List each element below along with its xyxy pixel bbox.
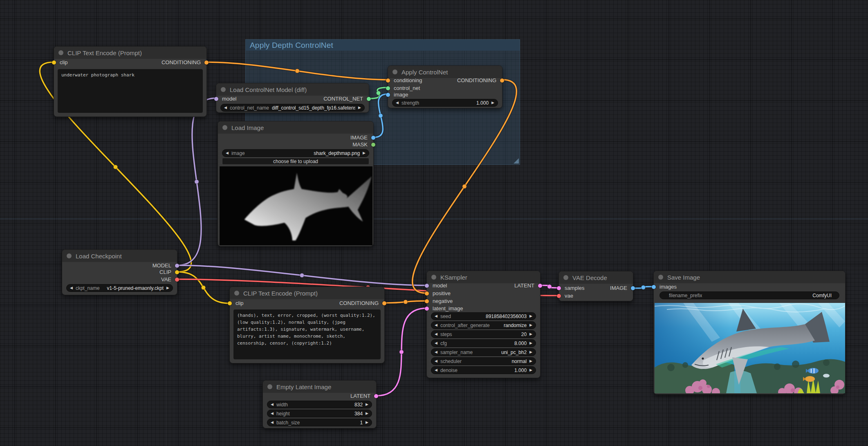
- widget-control-net-name[interactable]: ◀ control_net_name diff_control_sd15_dep…: [220, 104, 365, 112]
- arrow-left-icon[interactable]: ◀: [70, 286, 73, 290]
- negative-prompt-textarea[interactable]: (hands), text, error, cropped, (worst qu…: [233, 309, 381, 359]
- widget-cfg[interactable]: ◀ cfg 8.000 ▶: [431, 339, 536, 347]
- widget-scheduler[interactable]: ◀ scheduler normal ▶: [431, 357, 536, 365]
- group-title-bar[interactable]: Apply Depth ControlNet: [246, 40, 520, 51]
- arrow-left-icon[interactable]: ◀: [396, 101, 399, 105]
- node-title-bar[interactable]: Empty Latent Image: [263, 381, 376, 393]
- input-slot-conditioning[interactable]: [386, 78, 390, 83]
- collapse-dot-icon[interactable]: [658, 275, 663, 280]
- widget-width[interactable]: ◀ width 832 ▶: [267, 401, 372, 408]
- output-slot-model[interactable]: [175, 264, 179, 268]
- output-slot-image[interactable]: [631, 286, 635, 290]
- collapse-dot-icon[interactable]: [431, 275, 436, 280]
- input-slot-control-net[interactable]: [386, 86, 390, 90]
- arrow-left-icon[interactable]: ◀: [435, 323, 437, 327]
- positive-prompt-textarea[interactable]: underwater photograph shark: [58, 69, 203, 113]
- collapse-dot-icon[interactable]: [563, 275, 568, 280]
- widget-steps[interactable]: ◀ steps 20 ▶: [431, 330, 536, 338]
- arrow-right-icon[interactable]: ▶: [366, 412, 368, 415]
- widget-batch-size[interactable]: ◀ batch_size 1 ▶: [267, 419, 372, 426]
- arrow-left-icon[interactable]: ◀: [271, 403, 274, 406]
- arrow-right-icon[interactable]: ▶: [529, 368, 532, 372]
- node-title-bar[interactable]: CLIP Text Encode (Prompt): [54, 47, 206, 59]
- widget-height[interactable]: ◀ height 384 ▶: [267, 410, 372, 417]
- arrow-right-icon[interactable]: ▶: [529, 350, 532, 354]
- node-load-checkpoint[interactable]: Load Checkpoint MODEL CLIP VAE ◀ ckpt_na…: [62, 249, 177, 295]
- input-slot-latent-image[interactable]: [425, 307, 429, 311]
- input-slot-clip[interactable]: [52, 61, 56, 65]
- output-slot-mask[interactable]: [371, 143, 375, 147]
- collapse-dot-icon[interactable]: [222, 125, 227, 130]
- input-slot-model[interactable]: [425, 284, 429, 288]
- input-slot-vae[interactable]: [557, 294, 561, 298]
- output-slot-latent[interactable]: [538, 284, 542, 288]
- node-title-bar[interactable]: Save Image: [654, 271, 845, 283]
- node-save-image[interactable]: Save Image images filename_prefix ComfyU…: [653, 271, 846, 394]
- node-clip-text-encode-positive[interactable]: CLIP Text Encode (Prompt) clip CONDITION…: [54, 46, 207, 117]
- arrow-left-icon[interactable]: ◀: [435, 332, 437, 336]
- output-slot-vae[interactable]: [175, 278, 179, 282]
- widget-ckpt-name[interactable]: ◀ ckpt_name v1-5-pruned-emaonly.ckpt ▶: [66, 284, 173, 292]
- input-slot-negative[interactable]: [425, 299, 429, 303]
- collapse-dot-icon[interactable]: [58, 50, 63, 55]
- output-slot-clip[interactable]: [175, 270, 179, 274]
- collapse-dot-icon[interactable]: [267, 384, 272, 389]
- widget-filename-prefix[interactable]: filename_prefix ComfyUI: [659, 291, 839, 299]
- node-ksampler[interactable]: KSampler model positive negative latent_…: [426, 271, 541, 378]
- node-title-bar[interactable]: KSampler: [427, 271, 540, 283]
- input-slot-samples[interactable]: [557, 286, 561, 290]
- collapse-dot-icon[interactable]: [67, 253, 72, 258]
- widget-seed[interactable]: ◀ seed 891858402356003 ▶: [431, 312, 536, 320]
- widget-strength[interactable]: ◀ strength 1.000 ▶: [392, 99, 498, 107]
- node-empty-latent-image[interactable]: Empty Latent Image LATENT ◀ width 832 ▶ …: [262, 380, 377, 428]
- input-slot-positive[interactable]: [425, 291, 429, 296]
- input-slot-images[interactable]: [652, 285, 656, 289]
- arrow-left-icon[interactable]: ◀: [271, 421, 274, 424]
- node-load-image[interactable]: Load Image IMAGE MASK ◀ image shark_dept…: [218, 121, 374, 247]
- arrow-right-icon[interactable]: ▶: [166, 286, 169, 290]
- node-title-bar[interactable]: Load Checkpoint: [62, 250, 177, 262]
- arrow-right-icon[interactable]: ▶: [529, 323, 532, 327]
- node-title-bar[interactable]: Load Image: [218, 121, 373, 134]
- arrow-left-icon[interactable]: ◀: [224, 106, 227, 110]
- node-apply-controlnet[interactable]: Apply ControlNet conditioning control_ne…: [388, 65, 502, 108]
- choose-file-button[interactable]: choose file to upload: [222, 158, 369, 165]
- arrow-right-icon[interactable]: ▶: [529, 359, 532, 363]
- arrow-right-icon[interactable]: ▶: [491, 101, 494, 105]
- output-slot-control-net[interactable]: [367, 97, 371, 101]
- arrow-right-icon[interactable]: ▶: [529, 332, 532, 336]
- widget-control-after-generate[interactable]: ◀ control_after_generate randomize ▶: [431, 321, 536, 329]
- arrow-right-icon[interactable]: ▶: [529, 341, 532, 345]
- widget-image-filename[interactable]: ◀ image shark_depthmap.png ▶: [222, 149, 369, 157]
- arrow-right-icon[interactable]: ▶: [366, 421, 368, 424]
- node-title-bar[interactable]: Load ControlNet Model (diff): [216, 83, 369, 96]
- node-clip-text-encode-negative[interactable]: CLIP Text Encode (Prompt) clip CONDITION…: [229, 287, 385, 363]
- arrow-right-icon[interactable]: ▶: [529, 314, 532, 318]
- input-slot-clip[interactable]: [228, 301, 232, 305]
- output-slot-conditioning[interactable]: [382, 301, 386, 305]
- widget-denoise[interactable]: ◀ denoise 1.000 ▶: [431, 366, 536, 374]
- arrow-right-icon[interactable]: ▶: [358, 106, 361, 110]
- collapse-dot-icon[interactable]: [221, 87, 226, 92]
- node-title-bar[interactable]: Apply ControlNet: [388, 66, 502, 78]
- input-slot-model[interactable]: [214, 97, 218, 101]
- arrow-left-icon[interactable]: ◀: [226, 151, 229, 155]
- input-slot-image[interactable]: [386, 93, 390, 97]
- arrow-left-icon[interactable]: ◀: [435, 350, 437, 354]
- group-resize-handle[interactable]: [514, 158, 519, 164]
- collapse-dot-icon[interactable]: [234, 291, 239, 296]
- output-slot-image[interactable]: [371, 136, 375, 140]
- arrow-left-icon[interactable]: ◀: [435, 359, 437, 363]
- collapse-dot-icon[interactable]: [393, 69, 397, 74]
- arrow-left-icon[interactable]: ◀: [271, 412, 274, 415]
- arrow-right-icon[interactable]: ▶: [363, 151, 366, 155]
- arrow-left-icon[interactable]: ◀: [435, 314, 437, 318]
- node-title-bar[interactable]: VAE Decode: [559, 271, 633, 284]
- node-graph-canvas[interactable]: Apply Depth ControlNet CLIP Text Encode …: [0, 0, 868, 446]
- output-slot-latent[interactable]: [374, 394, 378, 398]
- node-vae-decode[interactable]: VAE Decode samples vae IMAGE: [558, 271, 633, 301]
- node-load-controlnet-model[interactable]: Load ControlNet Model (diff) model CONTR…: [216, 83, 369, 113]
- output-slot-conditioning[interactable]: [204, 61, 209, 65]
- arrow-left-icon[interactable]: ◀: [435, 341, 437, 345]
- widget-sampler-name[interactable]: ◀ sampler_name uni_pc_bh2 ▶: [431, 348, 536, 356]
